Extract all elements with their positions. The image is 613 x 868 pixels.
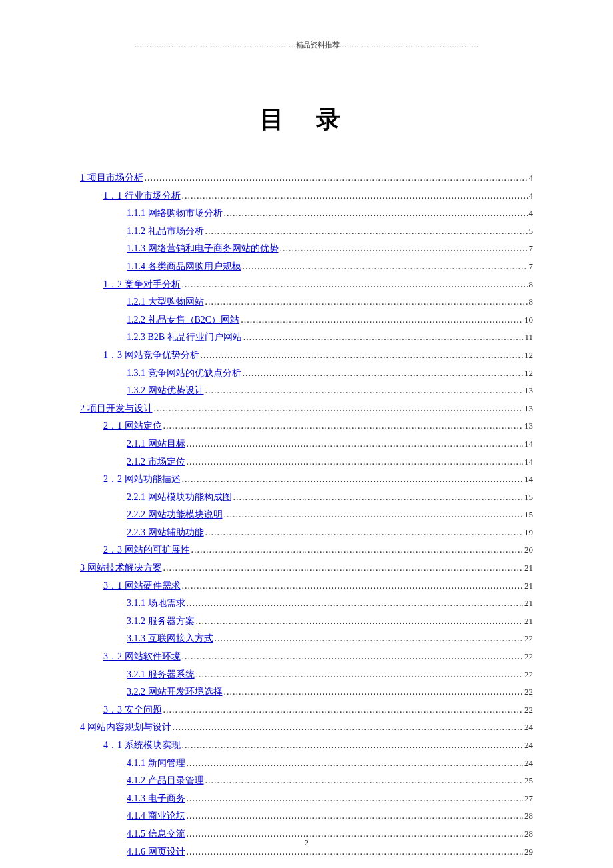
toc-entry: 4．1 系统模块实现24 [80,737,533,755]
toc-page-number: 4 [529,205,534,222]
toc-leader-dots [205,382,524,400]
toc-entry: 1．1 行业市场分析4 [80,187,533,205]
toc-page-number: 22 [524,631,533,647]
toc-leader-dots [163,417,524,435]
toc-page-number: 7 [529,241,534,257]
toc-leader-dots [182,187,528,205]
toc-page-number: 14 [524,436,533,453]
toc-link[interactable]: 3 网站技术解决方案 [80,559,162,577]
toc-leader-dots [163,701,524,719]
toc-link[interactable]: 2．1 网站定位 [103,417,162,435]
toc-link[interactable]: 1.1.2 礼品市场分析 [127,223,204,241]
toc-link[interactable]: 4 网站内容规划与设计 [80,719,171,737]
toc-page-number: 22 [524,684,533,701]
toc-entry: 3．2 网站软件环境22 [80,648,533,666]
toc-link[interactable]: 4.1.3 电子商务 [127,790,185,808]
toc-link[interactable]: 3.2.2 网站开发环境选择 [127,683,223,701]
toc-page-number: 4 [529,170,534,187]
toc-entry: 4.1.1 新闻管理24 [80,755,533,773]
toc-link[interactable]: 3.1.2 服务器方案 [127,613,195,631]
toc-link[interactable]: 3．3 安全问题 [103,701,162,719]
toc-link[interactable]: 1.2.3 B2B 礼品行业门户网站 [127,329,242,347]
toc-leader-dots [187,807,524,825]
toc-link[interactable]: 3．1 网站硬件需求 [103,577,181,595]
toc-link[interactable]: 4．1 系统模块实现 [103,737,181,755]
toc-entry: 2．2 网站功能描述14 [80,471,533,489]
toc-link[interactable]: 4.1.2 产品目录管理 [127,772,204,790]
toc-leader-dots [196,613,524,631]
table-of-contents: 1 项目市场分析41．1 行业市场分析41.1.1 网络购物市场分析41.1.2… [80,169,533,861]
toc-link[interactable]: 1 项目市场分析 [80,169,143,187]
toc-link[interactable]: 1.3.1 竞争网站的优缺点分析 [127,365,241,383]
toc-leader-dots [205,293,528,311]
toc-page-number: 21 [524,595,533,612]
toc-link[interactable]: 3．2 网站软件环境 [103,648,181,666]
toc-entry: 1.1.3 网络营销和电子商务网站的优势7 [80,240,533,258]
toc-entry: 1.2.3 B2B 礼品行业门户网站11 [80,329,533,347]
toc-leader-dots [187,790,524,808]
toc-leader-dots [182,577,524,595]
toc-leader-dots [187,435,524,453]
toc-link[interactable]: 2.2.3 网站辅助功能 [127,524,204,542]
toc-link[interactable]: 1.3.2 网站优势设计 [127,382,204,400]
toc-leader-dots [205,524,524,542]
toc-link[interactable]: 1.2.2 礼品专售（B2C）网站 [127,311,239,329]
toc-leader-dots [215,630,524,648]
toc-link[interactable]: 2.2.1 网站模块功能构成图 [127,489,232,507]
toc-entry: 2.1.2 市场定位14 [80,453,533,471]
toc-entry: 3．3 安全问题22 [80,701,533,719]
toc-link[interactable]: 2．2 网站功能描述 [103,471,181,489]
toc-leader-dots [145,169,528,187]
toc-entry: 4 网站内容规划与设计24 [80,719,533,737]
toc-link[interactable]: 1．2 竞争对手分析 [103,276,181,294]
toc-link[interactable]: 2．3 网站的可扩展性 [103,541,190,559]
toc-link[interactable]: 1.2.1 大型购物网站 [127,293,204,311]
toc-link[interactable]: 2.1.1 网站目标 [127,435,185,453]
toc-page-number: 13 [524,401,533,417]
toc-link[interactable]: 1.1.1 网络购物市场分析 [127,205,223,223]
toc-leader-dots [154,400,524,418]
toc-link[interactable]: 3.2.1 服务器系统 [127,666,195,684]
toc-page-number: 21 [524,578,533,595]
toc-leader-dots [191,541,524,559]
toc-link[interactable]: 3.1.1 场地需求 [127,595,185,613]
toc-link[interactable]: 1.1.3 网络营销和电子商务网站的优势 [127,240,279,258]
toc-entry: 3.1.2 服务器方案21 [80,613,533,631]
toc-entry: 3.1.3 互联网接入方式22 [80,630,533,648]
toc-page-number: 22 [524,649,533,665]
toc-entry: 1.3.2 网站优势设计13 [80,382,533,400]
toc-link[interactable]: 1．1 行业市场分析 [103,187,181,205]
toc-leader-dots [241,311,523,329]
toc-entry: 1.2.1 大型购物网站8 [80,293,533,311]
toc-entry: 4.1.3 电子商务27 [80,790,533,808]
toc-leader-dots [201,347,524,365]
toc-link[interactable]: 2.1.2 市场定位 [127,453,185,471]
toc-link[interactable]: 3.1.3 互联网接入方式 [127,630,213,648]
toc-entry: 1．3 网站竞争优势分析12 [80,347,533,365]
toc-page-number: 22 [524,702,533,719]
toc-page-number: 24 [524,719,533,736]
toc-link[interactable]: 1.1.4 各类商品网购用户规模 [127,258,241,276]
toc-link[interactable]: 2 项目开发与设计 [80,400,153,418]
toc-leader-dots [224,205,528,223]
toc-link[interactable]: 4.1.4 商业论坛 [127,807,185,825]
toc-link[interactable]: 2.2.2 网站功能模块说明 [127,506,223,524]
toc-link[interactable]: 1．3 网站竞争优势分析 [103,347,199,365]
toc-entry: 2．3 网站的可扩展性20 [80,541,533,559]
toc-leader-dots [182,471,524,489]
toc-entry: 2.2.3 网站辅助功能19 [80,524,533,542]
toc-entry: 1.3.1 竞争网站的优缺点分析12 [80,365,533,383]
toc-leader-dots [173,719,524,737]
toc-entry: 2．1 网站定位13 [80,417,533,435]
toc-link[interactable]: 4.1.1 新闻管理 [127,755,185,773]
toc-entry: 2.1.1 网站目标14 [80,435,533,453]
toc-leader-dots [280,240,528,258]
toc-page-number: 8 [529,277,534,293]
toc-leader-dots [205,772,524,790]
toc-entry: 1.1.2 礼品市场分析5 [80,223,533,241]
toc-page-number: 12 [524,347,533,364]
toc-entry: 1．2 竞争对手分析8 [80,276,533,294]
toc-entry: 3 网站技术解决方案21 [80,559,533,577]
toc-entry: 1.1.4 各类商品网购用户规模7 [80,258,533,276]
toc-page-number: 13 [524,418,533,435]
